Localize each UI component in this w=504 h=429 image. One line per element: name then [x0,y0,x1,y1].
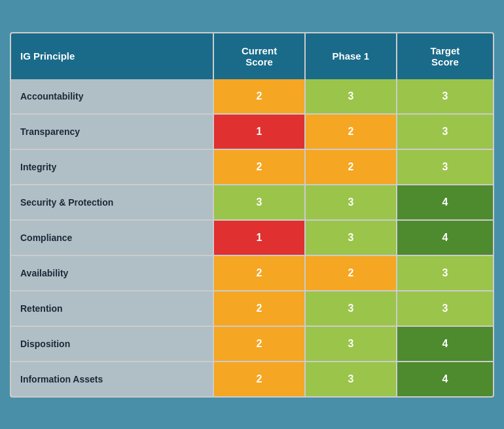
target-score-cell: 4 [397,362,493,396]
col-header-current-score: Current Score [213,33,305,79]
phase1-cell: 3 [305,220,397,255]
table-header-row: IG Principle Current Score Phase 1 Targe… [11,33,493,79]
phase1-cell: 3 [305,185,397,220]
principle-cell: Integrity [11,149,213,185]
target-score-cell: 3 [397,149,493,185]
current-score-cell: 2 [213,291,305,326]
table-row: Security & Protection334 [11,185,493,220]
phase1-cell: 3 [305,326,397,362]
phase1-cell: 3 [305,79,397,114]
principle-cell: Retention [11,291,213,326]
table-row: Information Assets234 [11,362,493,396]
col-header-phase1: Phase 1 [305,33,397,79]
table-row: Disposition234 [11,326,493,362]
phase1-cell: 3 [305,362,397,396]
table-row: Transparency123 [11,114,493,149]
target-score-cell: 3 [397,114,493,149]
table-row: Compliance134 [11,220,493,255]
ig-scorecard-table: IG Principle Current Score Phase 1 Targe… [11,33,493,396]
current-score-cell: 1 [213,220,305,255]
principle-cell: Compliance [11,220,213,255]
principle-cell: Disposition [11,326,213,362]
target-score-cell: 4 [397,326,493,362]
target-score-cell: 4 [397,185,493,220]
main-table-container: IG Principle Current Score Phase 1 Targe… [10,32,494,398]
table-row: Availability223 [11,255,493,291]
table-row: Accountability233 [11,79,493,114]
col-header-principle: IG Principle [11,33,213,79]
phase1-cell: 2 [305,255,397,291]
table-row: Retention233 [11,291,493,326]
phase1-cell: 2 [305,149,397,185]
current-score-cell: 2 [213,326,305,362]
target-score-cell: 3 [397,255,493,291]
phase1-cell: 3 [305,291,397,326]
principle-cell: Accountability [11,79,213,114]
target-score-cell: 3 [397,79,493,114]
col-header-target-score: Target Score [397,33,493,79]
principle-cell: Security & Protection [11,185,213,220]
principle-cell: Availability [11,255,213,291]
current-score-cell: 2 [213,79,305,114]
current-score-cell: 2 [213,149,305,185]
current-score-cell: 1 [213,114,305,149]
table-row: Integrity223 [11,149,493,185]
target-score-cell: 3 [397,291,493,326]
phase1-cell: 2 [305,114,397,149]
principle-cell: Information Assets [11,362,213,396]
principle-cell: Transparency [11,114,213,149]
current-score-cell: 2 [213,362,305,396]
target-score-cell: 4 [397,220,493,255]
current-score-cell: 2 [213,255,305,291]
current-score-cell: 3 [213,185,305,220]
